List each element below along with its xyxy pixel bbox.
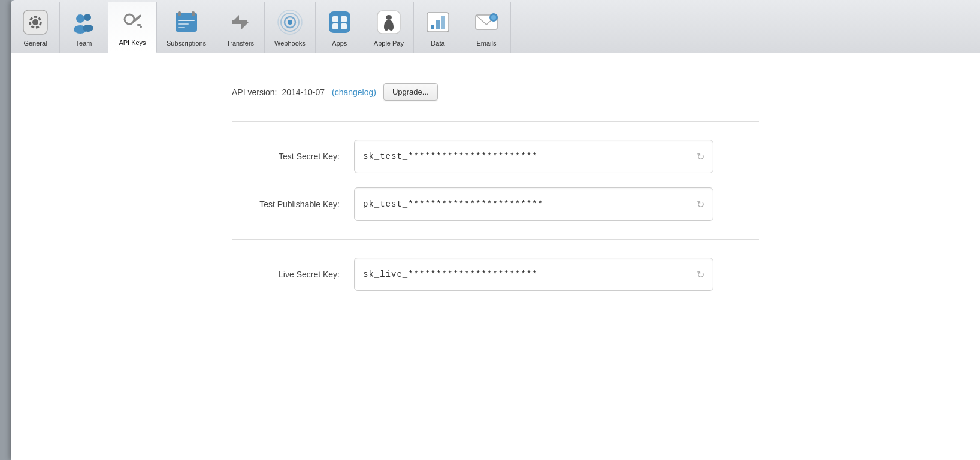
subscriptions-icon [172,8,201,37]
svg-rect-13 [192,11,195,16]
api-version-row: API version: 2014-10-07 (changelog) Upgr… [232,71,759,115]
svg-marker-19 [241,22,249,29]
divider-bottom [232,239,759,240]
tab-team-label: Team [76,40,92,47]
webhooks-icon [276,8,304,37]
content-area: API version: 2014-10-07 (changelog) Upgr… [11,53,980,460]
svg-rect-28 [341,23,347,29]
transfers-icon [226,8,255,37]
svg-point-36 [491,15,496,20]
tab-team[interactable]: Team [60,2,108,53]
svg-rect-32 [436,20,440,29]
svg-point-3 [76,14,84,23]
live-secret-key-row: Live Secret Key: sk_live_***************… [232,258,759,291]
tab-general-label: General [23,40,47,47]
svg-rect-24 [329,11,350,33]
svg-point-6 [83,25,93,32]
svg-point-4 [84,14,91,21]
test-secret-key-field[interactable]: sk_test_*********************** ↻ [354,140,713,173]
test-publishable-key-field[interactable]: pk_test_************************ ↻ [354,187,713,221]
tab-data-label: Data [431,40,444,47]
tab-transfers-label: Transfers [226,40,254,47]
tab-subscriptions[interactable]: Subscriptions [157,2,216,53]
live-secret-key-refresh-icon[interactable]: ↻ [697,269,704,280]
tab-webhooks[interactable]: Webhooks [265,2,316,53]
svg-rect-27 [332,23,338,29]
key-section: Test Secret Key: sk_test_***************… [232,140,759,221]
svg-rect-9 [137,24,141,26]
tab-apple-pay[interactable]: Apple Pay [364,2,414,53]
tab-webhooks-label: Webhooks [274,40,306,47]
svg-rect-14 [178,20,195,21]
gear-icon [21,8,50,37]
tab-emails-label: Emails [476,40,496,47]
test-secret-key-refresh-icon[interactable]: ↻ [697,151,704,162]
tab-subscriptions-label: Subscriptions [167,40,206,47]
tab-api-keys[interactable]: API Keys [108,2,157,53]
tab-emails[interactable]: Emails [462,2,511,53]
tab-bar: General Team A [11,0,980,53]
svg-rect-16 [178,27,185,28]
divider-top [232,121,759,122]
api-version-label: API version: 2014-10-07 [232,87,325,97]
tab-general[interactable]: General [11,2,60,53]
svg-point-1 [32,19,38,25]
tab-data[interactable]: Data [414,2,462,53]
test-secret-key-value: sk_test_*********************** [363,152,691,161]
tab-transfers[interactable]: Transfers [216,2,265,53]
tab-apps-label: Apps [332,40,347,47]
tab-apple-pay-label: Apple Pay [374,40,404,47]
apple-pay-icon [374,8,403,37]
test-publishable-key-row: Test Publishable Key: pk_test_**********… [232,187,759,221]
data-icon [424,8,452,37]
live-secret-key-value: sk_live_*********************** [363,270,691,279]
live-secret-key-field[interactable]: sk_live_*********************** ↻ [354,258,713,291]
live-secret-key-label: Live Secret Key: [232,270,340,279]
upgrade-button[interactable]: Upgrade... [383,83,438,101]
svg-rect-31 [431,25,434,29]
tab-api-keys-label: API Keys [119,39,146,46]
test-publishable-key-refresh-icon[interactable]: ↻ [697,199,704,210]
svg-rect-15 [178,23,189,25]
changelog-link[interactable]: (changelog) [332,87,376,97]
svg-point-7 [125,14,134,24]
team-icon [69,8,98,37]
svg-rect-12 [178,11,181,16]
svg-rect-25 [332,16,338,22]
key-icon [118,7,147,36]
apps-icon [325,8,354,37]
svg-rect-26 [341,16,347,22]
emails-icon [472,8,501,37]
test-secret-key-label: Test Secret Key: [232,152,340,161]
test-publishable-key-value: pk_test_************************ [363,199,691,209]
svg-rect-33 [441,16,445,29]
svg-point-20 [288,20,292,25]
test-publishable-key-label: Test Publishable Key: [232,199,340,209]
svg-rect-10 [140,26,142,28]
tab-apps[interactable]: Apps [316,2,364,53]
test-secret-key-row: Test Secret Key: sk_test_***************… [232,140,759,173]
